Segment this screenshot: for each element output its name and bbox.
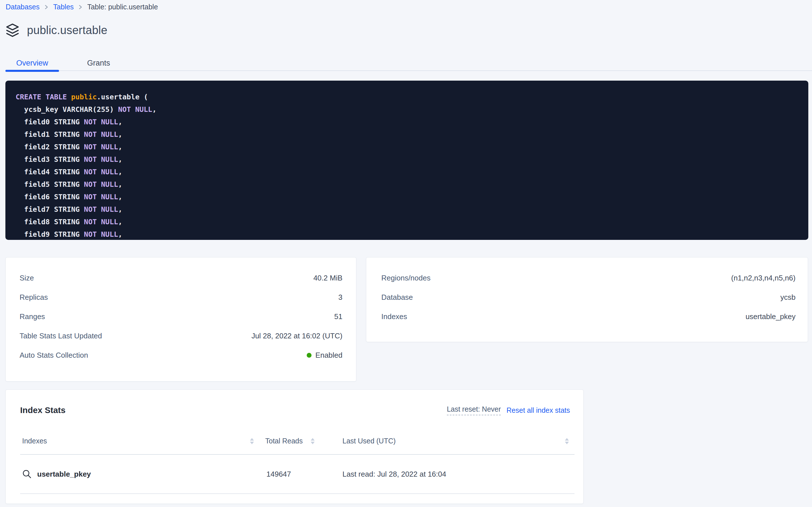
sql-code-line: ycsb_key VARCHAR(255) NOT NULL, bbox=[16, 103, 797, 116]
index-name-link[interactable]: usertable_pkey bbox=[37, 470, 91, 478]
sql-code-line: field8 STRING NOT NULL, bbox=[16, 216, 797, 228]
last-reset-label: Last reset: Never bbox=[447, 405, 501, 415]
table-details-card: Regions/nodes(n1,n2,n3,n4,n5,n6)Database… bbox=[366, 257, 808, 342]
summary-row: Regions/nodes(n1,n2,n3,n4,n5,n6) bbox=[381, 268, 796, 288]
sql-code-line: field5 STRING NOT NULL, bbox=[16, 178, 797, 191]
index-stats-title: Index Stats bbox=[20, 405, 66, 415]
summary-label: Ranges bbox=[19, 312, 45, 321]
index-stats-card: Index Stats Last reset: Never Reset all … bbox=[5, 390, 583, 504]
column-label: Total Reads bbox=[265, 437, 303, 445]
breadcrumb: Databases Tables Table: public.usertable bbox=[6, 3, 158, 11]
summary-value: (n1,n2,n3,n4,n5,n6) bbox=[731, 274, 796, 282]
tab-bar: Overview Grants bbox=[5, 56, 110, 70]
summary-row: Databaseycsb bbox=[381, 288, 796, 307]
summary-label: Auto Stats Collection bbox=[19, 351, 88, 360]
summary-value: ycsb bbox=[780, 293, 796, 302]
index-name-cell: usertable_pkey bbox=[20, 469, 265, 479]
summary-label: Indexes bbox=[381, 312, 407, 321]
summary-label: Table Stats Last Updated bbox=[19, 332, 102, 340]
summary-value: Enabled bbox=[307, 351, 342, 360]
summary-value: usertable_pkey bbox=[746, 312, 796, 321]
page-title: public.usertable bbox=[27, 24, 107, 37]
chevron-right-icon bbox=[79, 4, 82, 10]
summary-value: Jul 28, 2022 at 16:02 (UTC) bbox=[251, 332, 342, 340]
chevron-right-icon bbox=[45, 4, 49, 10]
page-header: public.usertable bbox=[5, 22, 107, 38]
sql-code-line: field9 STRING NOT NULL, bbox=[16, 228, 797, 240]
sql-code-line: field3 STRING NOT NULL, bbox=[16, 153, 797, 166]
active-tab-underline bbox=[5, 70, 59, 72]
summary-row: Table Stats Last UpdatedJul 28, 2022 at … bbox=[19, 326, 342, 345]
summary-value: 3 bbox=[338, 293, 342, 302]
summary-label: Size bbox=[19, 274, 34, 282]
breadcrumb-current: Table: public.usertable bbox=[87, 3, 158, 11]
summary-row: Auto Stats CollectionEnabled bbox=[19, 345, 342, 365]
layers-stack-icon bbox=[5, 23, 19, 37]
sql-code-line: field4 STRING NOT NULL, bbox=[16, 166, 797, 178]
breadcrumb-tables[interactable]: Tables bbox=[53, 3, 74, 11]
summary-label: Replicas bbox=[19, 293, 48, 302]
tabs-divider bbox=[5, 70, 812, 71]
tab-overview[interactable]: Overview bbox=[5, 56, 59, 70]
sql-code-line: field1 STRING NOT NULL, bbox=[16, 128, 797, 141]
sql-code-line: CREATE TABLE public.usertable ( bbox=[16, 91, 797, 103]
sort-carets-icon[interactable] bbox=[250, 438, 254, 444]
summary-row: Size40.2 MiB bbox=[19, 268, 342, 288]
sql-code-line: field2 STRING NOT NULL, bbox=[16, 141, 797, 153]
column-header-indexes[interactable]: Indexes bbox=[20, 437, 265, 445]
magnifier-icon bbox=[22, 469, 32, 479]
reset-all-index-stats-link[interactable]: Reset all index stats bbox=[506, 406, 570, 414]
column-label: Indexes bbox=[22, 437, 47, 445]
sort-carets-icon[interactable] bbox=[565, 438, 569, 444]
summary-label: Database bbox=[381, 293, 413, 302]
table-summary-card: Size40.2 MiBReplicas3Ranges51Table Stats… bbox=[5, 257, 356, 382]
column-header-total-reads[interactable]: Total Reads bbox=[265, 437, 342, 445]
status-dot-icon bbox=[307, 353, 312, 358]
summary-value: 40.2 MiB bbox=[313, 274, 342, 282]
sql-code-line: field6 STRING NOT NULL, bbox=[16, 191, 797, 203]
summary-value: 51 bbox=[334, 312, 342, 321]
sql-code-line: field7 STRING NOT NULL, bbox=[16, 203, 797, 216]
column-header-last-used[interactable]: Last Used (UTC) bbox=[342, 437, 574, 445]
summary-label: Regions/nodes bbox=[381, 274, 430, 282]
breadcrumb-databases[interactable]: Databases bbox=[6, 3, 40, 11]
index-stats-header: Index Stats Last reset: Never Reset all … bbox=[20, 404, 574, 416]
index-stats-controls: Last reset: Never Reset all index stats bbox=[447, 405, 570, 415]
sql-code-line: field0 STRING NOT NULL, bbox=[16, 116, 797, 128]
index-table-row: usertable_pkey 149647 Last read: Jul 28,… bbox=[20, 455, 574, 494]
summary-row: Ranges51 bbox=[19, 307, 342, 326]
create-table-sql-block[interactable]: CREATE TABLE public.usertable ( ycsb_key… bbox=[5, 80, 808, 240]
summary-row: Indexesusertable_pkey bbox=[381, 307, 796, 326]
column-label: Last Used (UTC) bbox=[342, 437, 396, 445]
index-table-header: Indexes Total Reads Last Used (UTC) bbox=[20, 428, 574, 455]
sort-carets-icon[interactable] bbox=[311, 438, 315, 444]
summary-row: Replicas3 bbox=[19, 288, 342, 307]
last-used-cell: Last read: Jul 28, 2022 at 16:04 bbox=[342, 470, 574, 478]
total-reads-cell: 149647 bbox=[265, 470, 342, 478]
tab-grants[interactable]: Grants bbox=[87, 56, 110, 70]
